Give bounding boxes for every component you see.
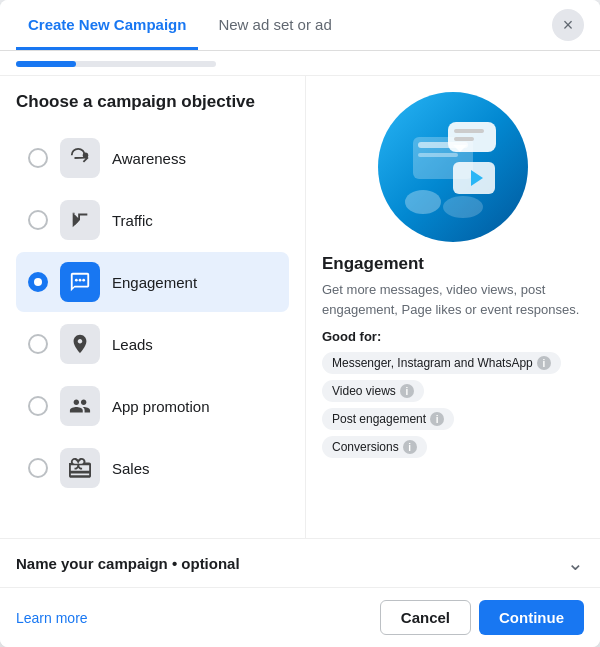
close-button[interactable]: × — [552, 9, 584, 41]
traffic-icon — [69, 209, 91, 231]
left-panel: Choose a campaign objective Awarenes — [0, 76, 305, 538]
chevron-down-icon: ⌄ — [567, 551, 584, 575]
engagement-illustration-svg — [393, 107, 513, 227]
tag-info-icon-conversions[interactable]: i — [403, 440, 417, 454]
leads-label: Leads — [112, 336, 153, 353]
section-title: Choose a campaign objective — [16, 92, 289, 112]
tag-messenger: Messenger, Instagram and WhatsApp i — [322, 352, 561, 374]
awareness-icon-wrapper — [60, 138, 100, 178]
svg-point-4 — [82, 279, 85, 282]
objective-item-sales[interactable]: Sales — [16, 438, 289, 498]
objective-item-awareness[interactable]: Awareness — [16, 128, 289, 188]
name-campaign-section[interactable]: Name your campaign • optional ⌄ — [0, 538, 600, 587]
engagement-icon-wrapper — [60, 262, 100, 302]
svg-point-14 — [405, 190, 441, 214]
svg-point-15 — [443, 196, 483, 218]
right-panel: Engagement Get more messages, video view… — [305, 76, 600, 538]
objective-item-traffic[interactable]: Traffic — [16, 190, 289, 250]
tag-conversions-label: Conversions — [332, 440, 399, 454]
traffic-label: Traffic — [112, 212, 153, 229]
progress-bar-fill — [16, 61, 76, 67]
footer-buttons: Cancel Continue — [380, 600, 584, 635]
continue-button[interactable]: Continue — [479, 600, 584, 635]
tag-conversions: Conversions i — [322, 436, 427, 458]
radio-traffic[interactable] — [28, 210, 48, 230]
progress-area — [0, 51, 600, 76]
svg-rect-7 — [418, 153, 458, 157]
app-promotion-label: App promotion — [112, 398, 210, 415]
leads-icon-wrapper — [60, 324, 100, 364]
tab-new-ad-set[interactable]: New ad set or ad — [206, 0, 343, 50]
tag-info-icon-post[interactable]: i — [430, 412, 444, 426]
tag-messenger-label: Messenger, Instagram and WhatsApp — [332, 356, 533, 370]
content-area: Choose a campaign objective Awarenes — [0, 76, 600, 538]
leads-icon — [69, 333, 91, 355]
selected-objective-description: Get more messages, video views, post eng… — [322, 280, 584, 319]
sales-icon-wrapper — [60, 448, 100, 488]
engagement-illustration — [378, 92, 528, 242]
tag-video-views: Video views i — [322, 380, 424, 402]
svg-point-2 — [75, 279, 78, 282]
learn-more-link[interactable]: Learn more — [16, 610, 88, 626]
svg-point-0 — [83, 153, 89, 159]
svg-marker-1 — [73, 213, 79, 228]
traffic-icon-wrapper — [60, 200, 100, 240]
progress-bar-track — [16, 61, 216, 67]
sales-icon — [69, 457, 91, 479]
selected-objective-title: Engagement — [322, 254, 584, 274]
tag-post-engagement-label: Post engagement — [332, 412, 426, 426]
svg-rect-10 — [454, 137, 474, 141]
radio-engagement[interactable] — [28, 272, 48, 292]
app-promotion-icon-wrapper — [60, 386, 100, 426]
engagement-icon — [69, 271, 91, 293]
engagement-label: Engagement — [112, 274, 197, 291]
svg-point-3 — [79, 279, 82, 282]
tags-list: Messenger, Instagram and WhatsApp i Vide… — [322, 352, 584, 458]
good-for-label: Good for: — [322, 329, 584, 344]
app-promotion-icon — [69, 395, 91, 417]
tag-video-views-label: Video views — [332, 384, 396, 398]
radio-leads[interactable] — [28, 334, 48, 354]
radio-awareness[interactable] — [28, 148, 48, 168]
cancel-button[interactable]: Cancel — [380, 600, 471, 635]
radio-app-promotion[interactable] — [28, 396, 48, 416]
name-campaign-label: Name your campaign • optional — [16, 555, 240, 572]
objective-list: Awareness Traffic — [16, 128, 289, 498]
awareness-label: Awareness — [112, 150, 186, 167]
objective-item-leads[interactable]: Leads — [16, 314, 289, 374]
awareness-icon — [69, 147, 91, 169]
tag-post-engagement: Post engagement i — [322, 408, 454, 430]
modal-body: Choose a campaign objective Awarenes — [0, 76, 600, 647]
objective-item-engagement[interactable]: Engagement — [16, 252, 289, 312]
radio-sales[interactable] — [28, 458, 48, 478]
sales-label: Sales — [112, 460, 150, 477]
illustration-container — [322, 92, 584, 242]
tag-info-icon-messenger[interactable]: i — [537, 356, 551, 370]
objective-item-app-promotion[interactable]: App promotion — [16, 376, 289, 436]
modal-tabs: Create New Campaign New ad set or ad × — [0, 0, 600, 51]
tag-info-icon-video[interactable]: i — [400, 384, 414, 398]
modal-footer: Learn more Cancel Continue — [0, 587, 600, 647]
tab-create-campaign[interactable]: Create New Campaign — [16, 0, 198, 50]
svg-rect-9 — [454, 129, 484, 133]
create-campaign-modal: Create New Campaign New ad set or ad × C… — [0, 0, 600, 647]
